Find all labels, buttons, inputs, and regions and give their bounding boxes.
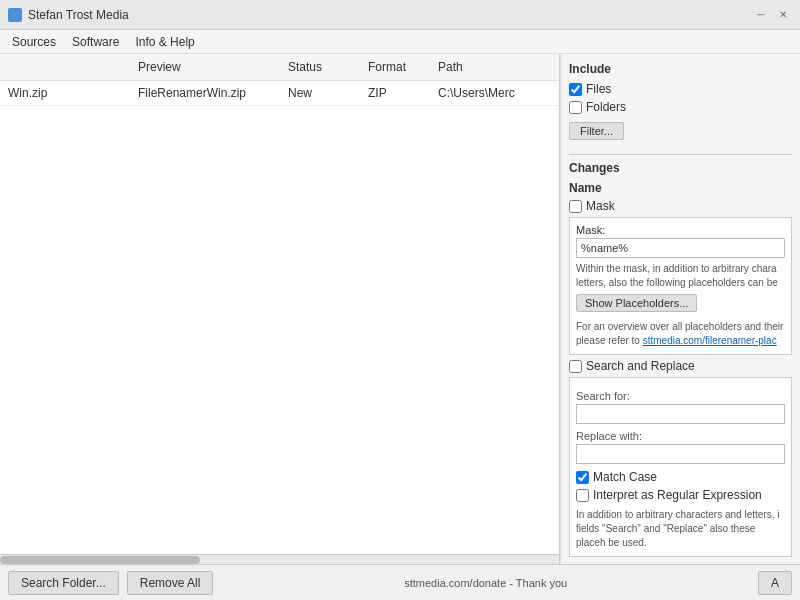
mask-value-input[interactable] (576, 238, 785, 258)
replace-with-input[interactable] (576, 444, 785, 464)
search-replace-label: Search and Replace (586, 359, 695, 373)
match-case-row: Match Case (576, 470, 785, 484)
app-title: Stefan Trost Media (28, 8, 129, 22)
mask-link[interactable]: sttmedia.com/filerenamer-plac (643, 335, 777, 346)
file-list-area: Preview Status Format Path Win.zip FileR… (0, 54, 560, 564)
col-header-format: Format (360, 58, 430, 76)
minimize-button[interactable]: ─ (752, 6, 770, 24)
status-text: sttmedia.com/donate - Thank you (221, 577, 750, 589)
replace-with-label: Replace with: (576, 430, 785, 442)
show-placeholders-button[interactable]: Show Placeholders... (576, 294, 697, 312)
divider-1 (569, 154, 792, 155)
mask-inner-label: Mask: (576, 224, 785, 236)
app-icon (8, 8, 22, 22)
main-content: Preview Status Format Path Win.zip FileR… (0, 54, 800, 564)
bottom-right: A (758, 571, 792, 595)
search-replace-checkbox[interactable] (569, 360, 582, 373)
files-label: Files (586, 82, 611, 96)
match-case-label: Match Case (593, 470, 657, 484)
close-button[interactable]: ✕ (774, 6, 792, 24)
menu-bar: Sources Software Info & Help (0, 30, 800, 54)
search-for-input[interactable] (576, 404, 785, 424)
remove-all-button[interactable]: Remove All (127, 571, 214, 595)
cell-name: Win.zip (0, 84, 130, 102)
folders-checkbox-row: Folders (569, 100, 792, 114)
name-label: Name (569, 181, 792, 195)
files-checkbox[interactable] (569, 83, 582, 96)
bottom-left: Search Folder... Remove All (8, 571, 213, 595)
folders-label: Folders (586, 100, 626, 114)
bottom-bar: Search Folder... Remove All sttmedia.com… (0, 564, 800, 600)
mask-check-label: Mask (586, 199, 615, 213)
mask-box: Mask: Within the mask, in addition to ar… (569, 217, 792, 355)
menu-sources[interactable]: Sources (4, 33, 64, 51)
title-controls: ─ ✕ (752, 6, 792, 24)
table-row[interactable]: Win.zip FileRenamerWin.zip New ZIP C:\Us… (0, 81, 559, 106)
mask-info-text: Within the mask, in addition to arbitrar… (576, 262, 785, 290)
changes-section-title: Changes (569, 161, 792, 175)
menu-info-help[interactable]: Info & Help (127, 33, 202, 51)
regex-label: Interpret as Regular Expression (593, 488, 762, 502)
search-for-label: Search for: (576, 390, 785, 402)
match-case-checkbox[interactable] (576, 471, 589, 484)
title-bar-left: Stefan Trost Media (8, 8, 129, 22)
folders-checkbox[interactable] (569, 101, 582, 114)
search-replace-checkbox-row: Search and Replace (569, 359, 792, 373)
mask-checkbox[interactable] (569, 200, 582, 213)
cell-format: ZIP (360, 84, 430, 102)
changes-section: Changes Name Mask Mask: Within the mask,… (569, 161, 792, 557)
mask-checkbox-row: Mask (569, 199, 792, 213)
search-replace-section: Search for: Replace with: Match Case Int… (569, 377, 792, 557)
mask-note-text: For an overview over all placeholders an… (576, 320, 785, 348)
file-list-header: Preview Status Format Path (0, 54, 559, 81)
title-bar: Stefan Trost Media ─ ✕ (0, 0, 800, 30)
horizontal-scrollbar[interactable] (0, 554, 559, 564)
right-panel: Include Files Folders Filter... Changes … (560, 54, 800, 564)
scrollbar-thumb[interactable] (0, 556, 200, 564)
files-checkbox-row: Files (569, 82, 792, 96)
include-section-title: Include (569, 62, 792, 76)
cell-status: New (280, 84, 360, 102)
cell-path: C:\Users\Merc (430, 84, 559, 102)
regex-row: Interpret as Regular Expression (576, 488, 785, 502)
apply-button[interactable]: A (758, 571, 792, 595)
col-header-preview: Preview (130, 58, 280, 76)
menu-software[interactable]: Software (64, 33, 127, 51)
search-folder-button[interactable]: Search Folder... (8, 571, 119, 595)
col-header-name (0, 58, 130, 76)
col-header-path: Path (430, 58, 559, 76)
col-header-status: Status (280, 58, 360, 76)
filter-button[interactable]: Filter... (569, 122, 624, 140)
search-info-text: In addition to arbitrary characters and … (576, 508, 785, 550)
regex-checkbox[interactable] (576, 489, 589, 502)
cell-preview: FileRenamerWin.zip (130, 84, 280, 102)
